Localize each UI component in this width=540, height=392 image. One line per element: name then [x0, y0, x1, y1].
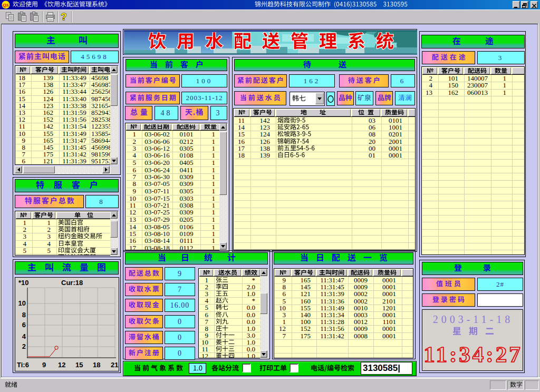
- svg-text:15: 15: [75, 361, 83, 369]
- svg-text:Ti:6: Ti:6: [17, 361, 29, 369]
- svg-text:9: 9: [42, 361, 46, 369]
- svg-text:6: 6: [22, 321, 26, 329]
- svg-text:12: 12: [58, 361, 65, 369]
- svg-text:*10: *10: [18, 279, 29, 287]
- svg-text:Cur:18: Cur:18: [61, 279, 83, 287]
- svg-text:QS: QS: [3, 3, 9, 8]
- svg-text:18: 18: [93, 361, 100, 369]
- svg-text:?: ?: [61, 11, 67, 22]
- svg-text:8: 8: [22, 311, 26, 319]
- svg-text:4: 4: [22, 332, 26, 340]
- svg-text:21: 21: [111, 361, 118, 369]
- svg-text:10: 10: [18, 299, 26, 307]
- svg-text:2: 2: [22, 342, 26, 350]
